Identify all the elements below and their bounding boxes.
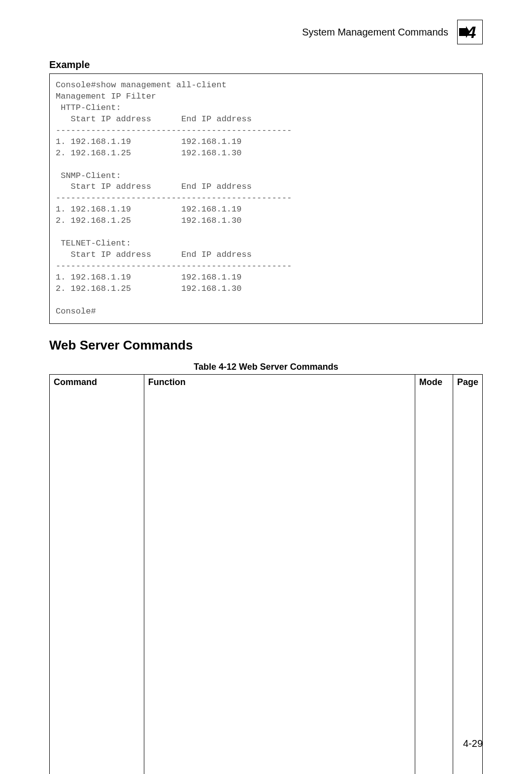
- chapter-badge: 4: [457, 20, 483, 44]
- th-command: Command: [50, 374, 144, 774]
- document-page: System Management Commands 4 Example Con…: [0, 0, 532, 774]
- table-header-row: Command Function Mode Page: [50, 374, 483, 774]
- table-caption: Table 4-12 Web Server Commands: [49, 362, 483, 372]
- section-title: Web Server Commands: [49, 338, 483, 353]
- header-title: System Management Commands: [302, 27, 448, 38]
- page-number: 4-29: [463, 738, 483, 749]
- chapter-number: 4: [467, 23, 476, 42]
- th-page: Page: [453, 374, 482, 774]
- example-code-block: Console#show management all-client Manag…: [49, 73, 483, 324]
- example-heading: Example: [49, 59, 483, 70]
- page-header: System Management Commands 4: [49, 20, 483, 44]
- th-function: Function: [144, 374, 415, 774]
- commands-table: Command Function Mode Page ip http port …: [49, 374, 483, 774]
- th-mode: Mode: [415, 374, 453, 774]
